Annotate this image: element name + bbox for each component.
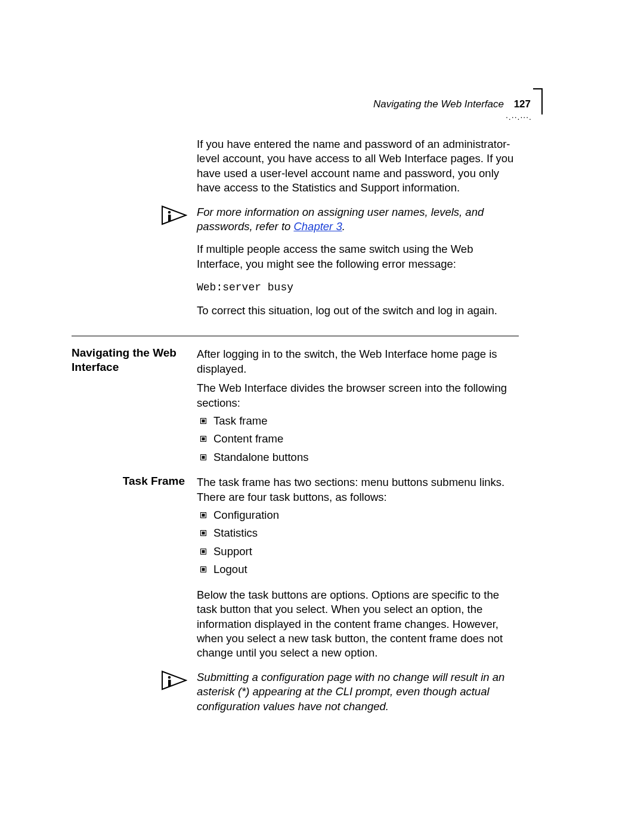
info-icon bbox=[161, 205, 187, 229]
page: Navigating the Web Interface 127 ·.··.··… bbox=[0, 0, 644, 833]
svg-marker-3 bbox=[162, 671, 186, 689]
list-item: Task frame bbox=[213, 414, 519, 428]
nav-bullets: Task frame Content frame Standalone butt… bbox=[197, 414, 519, 465]
info-icon bbox=[161, 670, 187, 694]
header-decor: ·.··.···. bbox=[506, 112, 532, 122]
section-divider bbox=[72, 336, 519, 336]
error-message-code: Web:server busy bbox=[197, 281, 519, 295]
list-item: Support bbox=[213, 544, 519, 559]
section-task-frame: Task Frame The task frame has two sectio… bbox=[197, 475, 519, 714]
intro-p3: To correct this situation, log out of th… bbox=[197, 304, 519, 318]
svg-rect-5 bbox=[168, 680, 171, 686]
nav-p2: The Web Interface divides the browser sc… bbox=[197, 381, 519, 410]
list-item: Logout bbox=[213, 562, 519, 577]
tf-bullets: Configuration Statistics Support Logout bbox=[197, 508, 519, 577]
svg-point-4 bbox=[168, 676, 171, 679]
heading-navigating: Navigating the Web Interface bbox=[72, 346, 185, 374]
nav-p1: After logging in to the switch, the Web … bbox=[197, 347, 519, 376]
list-item: Content frame bbox=[213, 432, 519, 446]
body-column: If you have entered the name and passwor… bbox=[197, 137, 519, 714]
running-head: Navigating the Web Interface bbox=[373, 98, 504, 110]
info-note-1: For more information on assigning user n… bbox=[197, 205, 519, 234]
section-navigating: Navigating the Web Interface After loggi… bbox=[197, 347, 519, 465]
tf-p1: The task frame has two sections: menu bu… bbox=[197, 475, 519, 504]
crop-mark bbox=[539, 88, 543, 114]
list-item: Configuration bbox=[213, 508, 519, 522]
intro-p2: If multiple people access the same switc… bbox=[197, 242, 519, 271]
svg-marker-0 bbox=[162, 206, 186, 224]
list-item: Standalone buttons bbox=[213, 450, 519, 465]
info-note-2-text: Submitting a configuration page with no … bbox=[197, 671, 504, 713]
chapter-3-link[interactable]: Chapter 3 bbox=[293, 220, 342, 233]
svg-rect-2 bbox=[168, 215, 171, 221]
heading-task-frame: Task Frame bbox=[72, 474, 185, 488]
info-note-2: Submitting a configuration page with no … bbox=[197, 670, 519, 714]
intro-p1: If you have entered the name and passwor… bbox=[197, 137, 519, 196]
tf-p2: Below the task buttons are options. Opti… bbox=[197, 588, 519, 661]
list-item: Statistics bbox=[213, 526, 519, 540]
info-note-1-text: For more information on assigning user n… bbox=[197, 206, 484, 233]
svg-point-1 bbox=[168, 210, 171, 213]
page-number: 127 bbox=[514, 98, 531, 110]
note1-post: . bbox=[342, 220, 345, 233]
